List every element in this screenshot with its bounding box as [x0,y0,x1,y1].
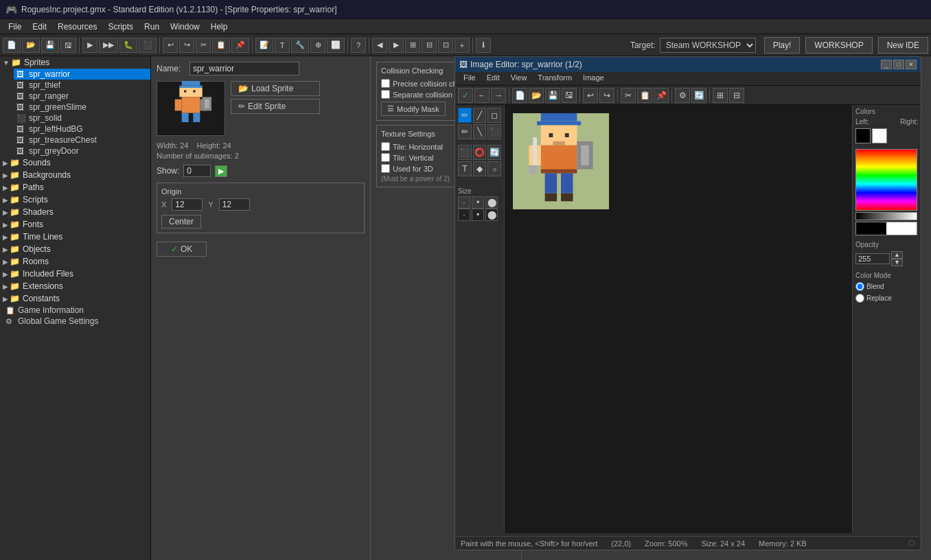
ie-menu-edit[interactable]: Edit [481,72,505,85]
sprite-item-solid[interactable]: ⬛ spr_solid [14,113,150,124]
pencil2-tool[interactable]: ✏ [458,124,472,139]
tb-r4[interactable]: ⊕ [310,38,325,53]
size-2-btn[interactable]: • [472,196,484,209]
sprite-item-greenslime[interactable]: 🖼 spr_greenSlime [14,102,150,113]
edit-sprite-button[interactable]: ✏ Edit Sprite [231,99,320,114]
right-color-swatch[interactable] [872,128,887,143]
backgrounds-header[interactable]: ▶ 📁 Backgrounds [0,169,150,181]
name-input[interactable] [189,62,299,75]
tb-info[interactable]: ℹ [476,38,491,53]
fonts-header[interactable]: ▶ 📁 Fonts [0,218,150,231]
tb-r6[interactable]: ⊞ [405,38,420,53]
ie-tb-undo[interactable]: ← [474,88,490,103]
rooms-header[interactable]: ▶ 📁 Rooms [0,255,150,268]
tb-play[interactable]: ▶ [82,38,97,53]
tb-paste[interactable]: 📌 [231,38,249,53]
show-input[interactable] [183,165,211,177]
tb-stop[interactable]: ⬛ [139,38,157,53]
opacity-down-btn[interactable]: ▼ [891,259,903,266]
fill-tool[interactable]: ⬛ [458,145,472,160]
grey-gradient[interactable] [855,212,917,220]
size-3-btn[interactable]: ⬤ [485,196,498,209]
tb-help[interactable]: ? [351,38,366,53]
shaders-header[interactable]: ▶ 📁 Shaders [0,206,150,218]
center-button[interactable]: Center [161,215,201,229]
ie-tb-paste[interactable]: 📌 [654,88,669,103]
tb-r5[interactable]: ⬜ [327,38,345,53]
sprites-group-header[interactable]: ▼ 📁 Sprites [0,56,150,69]
menu-run[interactable]: Run [139,21,165,33]
menu-file[interactable]: File [3,21,27,33]
paths-header[interactable]: ▶ 📁 Paths [0,181,150,194]
load-sprite-button[interactable]: 📂 Load Sprite [231,81,320,96]
ie-menu-transform[interactable]: Transform [532,72,577,85]
opacity-up-btn[interactable]: ▲ [891,251,903,259]
sprite-item-thief[interactable]: 🖼 spr_thief [14,80,150,91]
precise-checkbox[interactable] [381,79,390,88]
text-tool[interactable]: T [458,161,472,176]
extensions-header[interactable]: ▶ 📁 Extensions [0,280,150,292]
included-header[interactable]: ▶ 📁 Included Files [0,268,150,280]
menu-scripts[interactable]: Scripts [102,21,139,33]
ie-tb-save2[interactable]: 🖫 [562,88,577,103]
menu-resources[interactable]: Resources [52,21,102,33]
size-6-btn[interactable]: ⬤ [485,209,498,221]
slash-tool[interactable]: ╲ [473,124,487,139]
ok-button[interactable]: ✓ OK [157,242,207,257]
play-button[interactable]: Play! [764,37,801,54]
ie-tb-r2[interactable]: ↪ [599,88,614,103]
tb-r9[interactable]: + [455,38,470,53]
tb-r1[interactable]: 📝 [255,38,273,53]
tb-open[interactable]: 📂 [22,38,40,53]
select-tool[interactable]: ⬦ [487,161,501,176]
menu-help[interactable]: Help [205,21,233,33]
diamond-tool[interactable]: ◆ [473,161,487,176]
tile-h-checkbox[interactable] [381,142,390,151]
ie-tb-copy[interactable]: 📋 [637,88,652,103]
tb-new[interactable]: 📄 [3,38,21,53]
sounds-header[interactable]: ▶ 📁 Sounds [0,156,150,169]
circle-tool[interactable]: ⭕ [473,145,487,160]
size-4-btn[interactable]: · [458,209,470,221]
tb-save[interactable]: 💾 [41,38,59,53]
scripts-header[interactable]: ▶ 📁 Scripts [0,194,150,206]
ie-tb-grid2[interactable]: ⊟ [729,88,744,103]
pencil-tool[interactable]: ✏ [458,108,472,123]
tb-undo[interactable]: ↩ [163,38,178,53]
ie-tb-new[interactable]: 📄 [512,88,527,103]
blend-radio[interactable] [855,282,864,291]
ie-tb-grid[interactable]: ⊞ [713,88,728,103]
tb-copy[interactable]: 📋 [212,38,230,53]
constants-header[interactable]: ▶ 📁 Constants [0,292,150,305]
replace-radio[interactable] [855,294,864,303]
ie-minimize-btn[interactable]: _ [881,60,892,69]
game-information[interactable]: 📋 Game Information [0,305,150,316]
x-input[interactable] [172,198,203,211]
tb-r8[interactable]: ⊡ [438,38,453,53]
ie-menu-image[interactable]: Image [577,72,610,85]
size-1-btn[interactable]: · [458,196,470,209]
tb-r3[interactable]: 🔧 [291,38,309,53]
tb-r7[interactable]: ⊟ [422,38,437,53]
sprite-item-treasure[interactable]: 🖼 spr_treasureChest [14,135,150,145]
rotate-tool[interactable]: 🔄 [487,145,501,160]
sprite-item-greydoor[interactable]: 🖼 spr_greyDoor [14,145,150,156]
tb-cut[interactable]: ✂ [196,38,211,53]
line-tool[interactable]: ╱ [473,108,487,123]
ie-tb-cut[interactable]: ✂ [621,88,636,103]
timelines-header[interactable]: ▶ 📁 Time Lines [0,231,150,243]
tb-debug[interactable]: 🐛 [119,38,137,53]
color-gradient[interactable] [855,149,917,211]
bw-swatches[interactable] [855,222,917,235]
ie-tb-r3[interactable]: ⚙ [675,88,690,103]
modify-mask-button[interactable]: ☰ Modify Mask [381,102,446,116]
ie-tb-check[interactable]: ✓ [458,88,473,103]
tile-v-checkbox[interactable] [381,153,390,162]
objects-header[interactable]: ▶ 📁 Objects [0,243,150,255]
target-select[interactable]: Steam WORKSHOP [660,38,756,53]
ie-tb-open[interactable]: 📂 [529,88,544,103]
ie-menu-view[interactable]: View [505,72,533,85]
tb-step[interactable]: ▶▶ [99,38,118,53]
tb-redo[interactable]: ↪ [179,38,194,53]
size-5-btn[interactable]: • [472,209,484,221]
